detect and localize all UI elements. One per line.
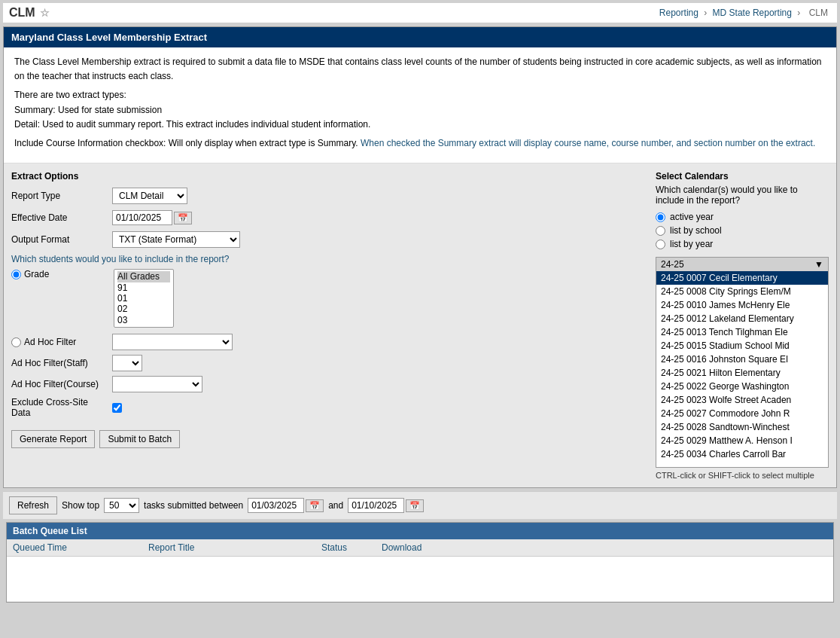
effective-date-row: Effective Date 01/10/2025 📅 <box>11 210 641 225</box>
exclude-row: Exclude Cross-Site Data <box>11 397 641 418</box>
tasks-label: tasks submitted between <box>144 500 243 511</box>
batch-date-from-input[interactable] <box>248 498 304 513</box>
calendar-list-item[interactable]: 24-25 0007 Cecil Elementary <box>656 271 828 285</box>
main-panel: Maryland Class Level Membership Extract … <box>3 26 837 488</box>
adhoc-label-text: Ad Hoc Filter <box>24 337 76 347</box>
list-by-school-label: list by school <box>670 225 722 236</box>
show-top-label: Show top <box>62 500 99 511</box>
list-by-year-radio[interactable] <box>656 240 665 249</box>
calendar-list-item[interactable]: 24-25 0029 Matthew A. Henson I <box>656 434 828 447</box>
calendar-list-item[interactable]: 24-25 0021 Hilton Elementary <box>656 366 828 380</box>
adhoc-filter-select[interactable] <box>112 334 233 350</box>
adhoc-filter-row: Ad Hoc Filter <box>11 334 641 350</box>
extract-options-panel: Extract Options Report Type CLM Detail C… <box>11 171 641 480</box>
calendar-list-item[interactable]: 24-25 0016 Johnston Square El <box>656 353 828 366</box>
breadcrumb-clm: CLM <box>809 8 828 18</box>
calendar-list-item[interactable]: 24-25 0013 Tench Tilghman Ele <box>656 325 828 339</box>
batch-date-to-input[interactable] <box>348 498 404 513</box>
submit-to-batch-button[interactable]: Submit to Batch <box>99 430 180 448</box>
col-download: Download <box>376 539 833 557</box>
effective-date-label: Effective Date <box>11 212 109 223</box>
batch-queue-header: Batch Queue List <box>7 523 833 539</box>
col-status: Status <box>315 539 376 557</box>
active-year-radio[interactable] <box>656 212 665 222</box>
active-year-label: active year <box>670 212 714 222</box>
adhoc-radio-label[interactable]: Ad Hoc Filter <box>11 337 109 347</box>
grade-label-text: Grade <box>24 269 49 279</box>
calendar-list-item[interactable]: 24-25 0027 Commodore John R <box>656 407 828 420</box>
batch-date-from-field: 📅 <box>248 498 324 513</box>
calendar-list-item[interactable]: 24-25 0015 Stadium School Mid <box>656 339 828 353</box>
col-report-title: Report Title <box>142 539 315 557</box>
adhoc-staff-row: Ad Hoc Filter(Staff) <box>11 355 641 371</box>
panel-header: Maryland Class Level Membership Extract <box>4 27 836 47</box>
grade-listbox[interactable]: All Grades 91 01 02 03 <box>114 269 174 328</box>
breadcrumb-md-state[interactable]: MD State Reporting <box>713 8 792 18</box>
effective-date-calendar-btn[interactable]: 📅 <box>174 212 192 224</box>
grade-listbox-container: All Grades 91 01 02 03 <box>114 269 174 328</box>
star-icon[interactable]: ☆ <box>40 7 50 19</box>
calendar-list-item[interactable]: 24-25 0012 Lakeland Elementary <box>656 312 828 325</box>
adhoc-radio[interactable] <box>11 337 21 347</box>
calendar-year-header: 24-25 ▼ <box>656 258 828 271</box>
output-format-label: Output Format <box>11 234 109 245</box>
calendar-list-item[interactable]: 24-25 0028 Sandtown-Winchest <box>656 420 828 434</box>
calendar-year-text: 24-25 <box>661 259 684 270</box>
report-type-select[interactable]: CLM Detail CLM Summary <box>112 188 187 204</box>
batch-date-from-calendar-btn[interactable]: 📅 <box>306 499 324 512</box>
breadcrumb: Reporting › MD State Reporting › CLM <box>659 8 831 18</box>
breadcrumb-sep-1: › <box>704 8 709 18</box>
adhoc-course-select[interactable] <box>112 376 202 392</box>
extract-options-title: Extract Options <box>11 171 641 182</box>
active-year-option: active year <box>656 212 829 222</box>
calendar-list-item[interactable]: 24-25 0010 James McHenry Ele <box>656 298 828 312</box>
and-label: and <box>328 500 343 511</box>
batch-queue-section: Batch Queue List Queued Time Report Titl… <box>6 522 834 603</box>
effective-date-input[interactable]: 01/10/2025 <box>112 210 172 225</box>
top-bar: CLM ☆ Reporting › MD State Reporting › C… <box>3 3 837 23</box>
info-paragraph-2: There are two extract types: Summary: Us… <box>14 88 826 132</box>
breadcrumb-reporting[interactable]: Reporting <box>659 8 698 18</box>
info-paragraph-1: The Class Level Membership extract is re… <box>14 55 826 84</box>
generate-report-button[interactable]: Generate Report <box>11 430 95 448</box>
exclude-label: Exclude Cross-Site Data <box>11 397 109 418</box>
calendar-list-item[interactable]: 24-25 0022 George Washington <box>656 380 828 393</box>
calendar-list-item[interactable]: 24-25 0034 Charles Carroll Bar <box>656 447 828 461</box>
calendar-hint: CTRL-click or SHIFT-click to select mult… <box>656 471 829 480</box>
grade-radio[interactable] <box>11 270 21 279</box>
list-by-year-label: list by year <box>670 239 713 249</box>
output-format-select[interactable]: TXT (State Format) CSV XML <box>112 231 240 248</box>
content-area: Extract Options Report Type CLM Detail C… <box>4 163 836 487</box>
report-type-label: Report Type <box>11 191 109 201</box>
show-top-select[interactable]: 25 50 100 200 <box>104 498 139 513</box>
info-two-types: There are two extract types: <box>14 90 126 100</box>
batch-queue-body <box>7 557 833 602</box>
batch-date-to-field: 📅 <box>348 498 424 513</box>
refresh-button[interactable]: Refresh <box>9 496 57 514</box>
report-type-row: Report Type CLM Detail CLM Summary <box>11 188 641 204</box>
info-section: The Class Level Membership extract is re… <box>4 47 836 163</box>
select-calendars-title: Select Calendars <box>656 171 829 182</box>
info-paragraph-3: Include Course Information checkbox: Wil… <box>14 136 826 151</box>
info-course-blue: When checked the Summary extract will di… <box>361 138 815 148</box>
panel-title: Maryland Class Level Membership Extract <box>11 32 207 43</box>
grade-radio-label[interactable]: Grade <box>11 269 109 279</box>
batch-controls-bar: Refresh Show top 25 50 100 200 tasks sub… <box>3 491 837 519</box>
calendar-dropdown-icon: ▼ <box>814 259 823 270</box>
students-question: Which students would you like to include… <box>11 254 641 264</box>
calendar-list-item[interactable]: 24-25 0023 Wolfe Street Acaden <box>656 393 828 407</box>
action-buttons: Generate Report Submit to Batch <box>11 430 641 448</box>
adhoc-staff-select[interactable] <box>112 355 142 371</box>
calendar-list-scroll[interactable]: 24-25 0007 Cecil Elementary24-25 0008 Ci… <box>656 271 828 467</box>
calendar-list-item[interactable]: 24-25 0008 City Springs Elem/M <box>656 285 828 298</box>
batch-date-to-calendar-btn[interactable]: 📅 <box>406 499 424 512</box>
select-calendars-panel: Select Calendars Which calendar(s) would… <box>641 171 829 480</box>
batch-queue-table: Queued Time Report Title Status Download <box>7 539 833 602</box>
output-format-row: Output Format TXT (State Format) CSV XML <box>11 231 641 248</box>
list-by-school-radio[interactable] <box>656 226 665 236</box>
list-by-school-option: list by school <box>656 225 829 236</box>
calendar-radio-group: active year list by school list by year <box>656 212 829 249</box>
exclude-checkbox[interactable] <box>112 403 122 413</box>
adhoc-course-label: Ad Hoc Filter(Course) <box>11 379 109 389</box>
effective-date-field: 01/10/2025 📅 <box>112 210 192 225</box>
